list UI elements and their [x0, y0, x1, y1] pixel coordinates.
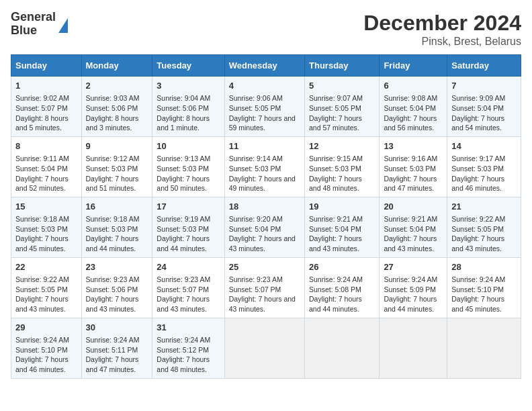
calendar-cell: 10Sunrise: 9:13 AMSunset: 5:03 PMDayligh… [152, 136, 224, 197]
calendar-cell: 8Sunrise: 9:11 AMSunset: 5:04 PMDaylight… [11, 136, 82, 197]
sunrise-text: Sunrise: 9:22 AM [15, 275, 77, 285]
calendar-cell: 20Sunrise: 9:21 AMSunset: 5:04 PMDayligh… [380, 197, 447, 257]
sunrise-text: Sunrise: 9:24 AM [86, 335, 148, 345]
calendar-cell: 12Sunrise: 9:15 AMSunset: 5:03 PMDayligh… [305, 136, 380, 197]
sunrise-text: Sunrise: 9:09 AM [451, 93, 517, 103]
sunrise-text: Sunrise: 9:24 AM [157, 335, 220, 345]
calendar-cell: 5Sunrise: 9:07 AMSunset: 5:05 PMDaylight… [305, 77, 380, 137]
sunset-text: Sunset: 5:05 PM [15, 285, 77, 295]
day-number: 11 [229, 140, 300, 152]
sunrise-text: Sunrise: 9:04 AM [157, 93, 220, 103]
calendar-cell: 24Sunrise: 9:23 AMSunset: 5:07 PMDayligh… [152, 257, 224, 318]
daylight-text: Daylight: 7 hours and 57 minutes. [309, 113, 375, 133]
sunset-text: Sunset: 5:04 PM [15, 164, 77, 174]
daylight-text: Daylight: 7 hours and 51 minutes. [86, 174, 148, 193]
calendar-header-row: SundayMondayTuesdayWednesdayThursdayFrid… [11, 55, 521, 77]
sunrise-text: Sunrise: 9:07 AM [309, 93, 375, 103]
sunset-text: Sunset: 5:03 PM [15, 224, 77, 234]
daylight-text: Daylight: 7 hours and 44 minutes. [384, 294, 443, 314]
day-number: 8 [15, 140, 77, 152]
sunrise-text: Sunrise: 9:24 AM [309, 275, 375, 285]
sunset-text: Sunset: 5:10 PM [15, 345, 77, 355]
calendar-cell: 17Sunrise: 9:19 AMSunset: 5:03 PMDayligh… [152, 197, 224, 257]
daylight-text: Daylight: 7 hours and 50 minutes. [157, 174, 220, 193]
day-number: 21 [451, 201, 517, 213]
sunrise-text: Sunrise: 9:06 AM [229, 93, 300, 103]
calendar-week-row: 29Sunrise: 9:24 AMSunset: 5:10 PMDayligh… [11, 318, 521, 378]
daylight-text: Daylight: 7 hours and 45 minutes. [15, 234, 77, 253]
day-number: 9 [86, 140, 148, 152]
calendar-cell: 4Sunrise: 9:06 AMSunset: 5:05 PMDaylight… [224, 77, 304, 137]
calendar-cell [305, 318, 380, 378]
day-number: 28 [451, 261, 517, 273]
sunrise-text: Sunrise: 9:08 AM [384, 93, 443, 103]
sunset-text: Sunset: 5:12 PM [157, 345, 220, 355]
sunrise-text: Sunrise: 9:13 AM [157, 154, 220, 164]
sunset-text: Sunset: 5:05 PM [309, 103, 375, 113]
sunrise-text: Sunrise: 9:23 AM [229, 275, 300, 285]
sunset-text: Sunset: 5:06 PM [157, 103, 220, 113]
sunset-text: Sunset: 5:04 PM [229, 224, 300, 234]
sunrise-text: Sunrise: 9:24 AM [384, 275, 443, 285]
calendar-week-row: 1Sunrise: 9:02 AMSunset: 5:07 PMDaylight… [11, 77, 521, 137]
calendar-table: SundayMondayTuesdayWednesdayThursdayFrid… [11, 54, 521, 379]
daylight-text: Daylight: 7 hours and 43 minutes. [451, 234, 517, 253]
sunrise-text: Sunrise: 9:24 AM [15, 335, 77, 345]
sunset-text: Sunset: 5:11 PM [86, 345, 148, 355]
day-number: 26 [309, 261, 375, 273]
sunset-text: Sunset: 5:07 PM [15, 103, 77, 113]
sunset-text: Sunset: 5:03 PM [229, 164, 300, 174]
calendar-week-row: 15Sunrise: 9:18 AMSunset: 5:03 PMDayligh… [11, 197, 521, 257]
day-number: 15 [15, 201, 77, 213]
logo-text: General Blue [11, 11, 56, 38]
sunrise-text: Sunrise: 9:02 AM [15, 93, 77, 103]
calendar-cell: 9Sunrise: 9:12 AMSunset: 5:03 PMDaylight… [81, 136, 152, 197]
sunrise-text: Sunrise: 9:22 AM [451, 214, 517, 224]
day-number: 1 [15, 80, 77, 92]
calendar-week-row: 8Sunrise: 9:11 AMSunset: 5:04 PMDaylight… [11, 136, 521, 197]
sunrise-text: Sunrise: 9:03 AM [86, 93, 148, 103]
day-number: 13 [384, 140, 443, 152]
title-block: December 2024 Pinsk, Brest, Belarus [363, 11, 521, 48]
calendar-cell: 16Sunrise: 9:18 AMSunset: 5:03 PMDayligh… [81, 197, 152, 257]
daylight-text: Daylight: 8 hours and 3 minutes. [86, 113, 148, 133]
day-number: 24 [157, 261, 220, 273]
logo: General Blue [11, 11, 68, 38]
calendar-cell: 18Sunrise: 9:20 AMSunset: 5:04 PMDayligh… [224, 197, 304, 257]
daylight-text: Daylight: 7 hours and 44 minutes. [309, 294, 375, 314]
day-number: 17 [157, 201, 220, 213]
header-monday: Monday [81, 55, 152, 77]
sunrise-text: Sunrise: 9:18 AM [15, 214, 77, 224]
calendar-cell: 19Sunrise: 9:21 AMSunset: 5:04 PMDayligh… [305, 197, 380, 257]
day-number: 2 [86, 80, 148, 92]
page-subtitle: Pinsk, Brest, Belarus [363, 36, 521, 48]
header-sunday: Sunday [11, 55, 82, 77]
sunset-text: Sunset: 5:07 PM [229, 285, 300, 295]
day-number: 27 [384, 261, 443, 273]
daylight-text: Daylight: 7 hours and 43 minutes. [86, 294, 148, 314]
daylight-text: Daylight: 7 hours and 59 minutes. [229, 113, 300, 133]
header-saturday: Saturday [447, 55, 521, 77]
daylight-text: Daylight: 7 hours and 56 minutes. [384, 113, 443, 133]
sunrise-text: Sunrise: 9:18 AM [86, 214, 148, 224]
daylight-text: Daylight: 7 hours and 43 minutes. [309, 234, 375, 253]
day-number: 23 [86, 261, 148, 273]
page-header: General Blue December 2024 Pinsk, Brest,… [11, 11, 521, 48]
sunrise-text: Sunrise: 9:17 AM [451, 154, 517, 164]
daylight-text: Daylight: 8 hours and 1 minute. [157, 113, 220, 133]
day-number: 6 [384, 80, 443, 92]
calendar-cell: 26Sunrise: 9:24 AMSunset: 5:08 PMDayligh… [305, 257, 380, 318]
calendar-cell: 31Sunrise: 9:24 AMSunset: 5:12 PMDayligh… [152, 318, 224, 378]
daylight-text: Daylight: 7 hours and 49 minutes. [229, 174, 300, 193]
sunset-text: Sunset: 5:05 PM [229, 103, 300, 113]
sunrise-text: Sunrise: 9:19 AM [157, 214, 220, 224]
day-number: 14 [451, 140, 517, 152]
calendar-cell: 11Sunrise: 9:14 AMSunset: 5:03 PMDayligh… [224, 136, 304, 197]
day-number: 22 [15, 261, 77, 273]
calendar-cell: 13Sunrise: 9:16 AMSunset: 5:03 PMDayligh… [380, 136, 447, 197]
sunset-text: Sunset: 5:08 PM [309, 285, 375, 295]
sunset-text: Sunset: 5:04 PM [384, 224, 443, 234]
sunset-text: Sunset: 5:04 PM [451, 103, 517, 113]
sunset-text: Sunset: 5:03 PM [451, 164, 517, 174]
daylight-text: Daylight: 7 hours and 54 minutes. [451, 113, 517, 133]
